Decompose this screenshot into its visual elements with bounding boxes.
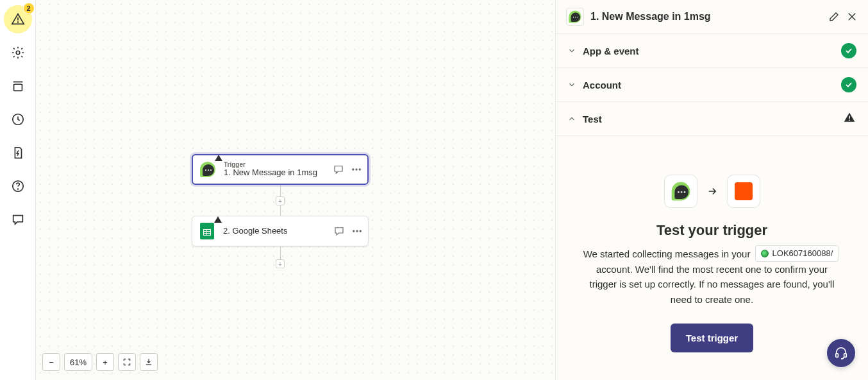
warning-icon [214,216,222,223]
test-icon-row [581,175,842,208]
svg-point-9 [356,169,357,170]
chevron-up-icon [567,114,576,123]
flow-node-action[interactable]: 2. Google Sheets [192,216,369,246]
warning-icon [215,155,222,161]
alerts-button[interactable]: 2 [4,5,32,33]
svg-point-8 [353,169,354,170]
account-chip: LOK607160088/ [755,245,839,262]
help-button[interactable] [4,172,32,200]
zoom-in-button[interactable]: + [96,353,114,371]
close-icon[interactable] [846,11,858,22]
panel-title: 1. New Message in 1msg [590,11,822,22]
headset-icon [834,346,848,360]
flow-canvas[interactable]: Trigger 1. New Message in 1msg + 2. Goog… [36,0,555,380]
node-text: 2. Google Sheets [223,227,333,236]
comments-button[interactable] [4,205,32,234]
svg-point-12 [356,230,358,232]
fit-to-screen-button[interactable] [118,353,136,371]
add-step-button[interactable]: + [276,259,285,268]
section-account[interactable]: Account [556,68,868,102]
zoom-value: 61% [64,353,92,371]
export-button[interactable] [140,353,158,371]
panel-header: 1. New Message in 1msg [556,0,868,34]
test-description: We started collecting messages in your L… [581,245,842,307]
arrow-right-icon [706,186,718,197]
test-trigger-button[interactable]: Test trigger [671,324,753,352]
svg-point-2 [16,51,20,55]
structure-button[interactable] [4,72,32,100]
svg-rect-4 [13,84,22,91]
download-icon [144,358,153,367]
svg-point-1 [17,22,18,22]
support-chat-button[interactable] [827,339,855,367]
section-label: Account [583,80,835,91]
comment-icon [11,212,25,227]
status-complete-icon [841,43,856,58]
section-label: Test [583,114,836,125]
app-icon-google-sheets [197,221,217,241]
status-warning-icon [842,111,856,126]
warning-icon [11,12,25,26]
help-icon [11,179,25,193]
details-panel: 1. New Message in 1msg App & event Accou… [555,0,868,380]
node-title: 2. Google Sheets [223,227,333,236]
app-icon-1msg [566,8,584,26]
dot-icon [761,250,769,257]
comment-icon[interactable] [333,164,344,175]
file-bolt-icon [11,146,25,160]
status-complete-icon [841,77,856,92]
more-icon[interactable] [351,225,363,237]
test-section-body: Test your trigger We started collecting … [556,136,868,380]
clock-icon [11,112,25,126]
alerts-badge: 2 [23,3,35,14]
svg-point-11 [353,230,355,232]
account-chip-label: LOK607160088/ [772,247,833,260]
chevron-down-icon [567,46,576,55]
more-icon[interactable] [351,164,362,175]
svg-rect-16 [836,354,839,358]
test-heading: Test your trigger [581,222,842,239]
expand-icon [122,358,131,367]
svg-point-13 [360,230,361,232]
svg-point-7 [17,189,18,189]
chevron-down-icon [567,80,576,89]
add-step-button[interactable]: + [276,196,285,205]
flow-node-trigger[interactable]: Trigger 1. New Message in 1msg [192,154,369,185]
settings-button[interactable] [4,39,32,67]
node-title: 1. New Message in 1msg [224,168,333,178]
comment-icon[interactable] [333,225,345,237]
history-button[interactable] [4,105,32,134]
section-label: App & event [583,46,835,56]
svg-rect-17 [844,354,847,358]
left-rail: 2 [0,0,36,380]
structure-icon [11,79,25,93]
app-icon-1msg [198,160,217,179]
svg-point-10 [359,169,360,170]
app-icon-1msg [664,175,697,208]
test-body-prefix: We started collecting messages in your [583,248,751,259]
section-app-event[interactable]: App & event [556,34,868,68]
node-text: Trigger 1. New Message in 1msg [224,161,333,178]
test-body-suffix: account. We'll find the most recent one … [590,264,835,305]
section-test[interactable]: Test [556,102,868,136]
zoom-out-button[interactable]: − [42,353,60,371]
svg-point-15 [849,119,850,121]
zoom-controls: − 61% + [42,353,158,371]
edit-icon[interactable] [828,11,840,22]
app-icon-zapier [727,175,760,208]
file-action-button[interactable] [4,139,32,167]
gear-icon [11,46,25,60]
